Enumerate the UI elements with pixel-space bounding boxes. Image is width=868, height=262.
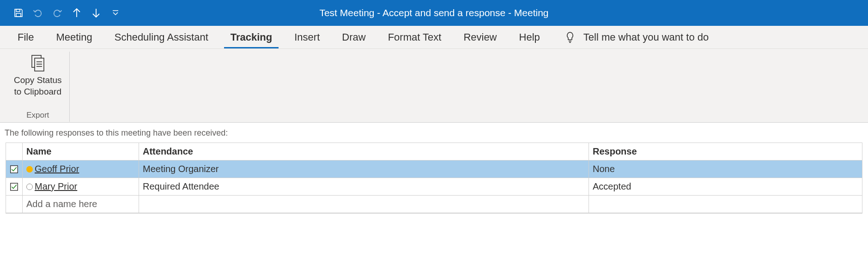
tell-me-label: Tell me what you want to do	[583, 31, 709, 43]
header-response[interactable]: Response	[589, 143, 862, 161]
row-name-cell: Geoff Prior	[23, 161, 139, 178]
table-row[interactable]: Geoff Prior Meeting Organizer None	[6, 161, 862, 178]
attendee-status-icon	[26, 184, 33, 190]
add-name-row[interactable]: Add a name here	[6, 196, 862, 213]
arrow-up-icon[interactable]	[71, 7, 82, 18]
svg-rect-0	[16, 9, 20, 12]
row-checkbox[interactable]	[6, 178, 23, 196]
lightbulb-icon	[565, 31, 575, 44]
svg-rect-13	[11, 183, 18, 191]
copy-status-button[interactable]: Copy Status to Clipboard	[11, 52, 65, 99]
header-attendance[interactable]: Attendance	[139, 143, 589, 161]
quick-access-toolbar	[0, 7, 121, 18]
undo-icon[interactable]	[32, 7, 43, 18]
ribbon-tabs: File Meeting Scheduling Assistant Tracki…	[0, 26, 868, 49]
title-bar: Test Meeting - Accept and send a respons…	[0, 0, 868, 26]
ribbon-group-export-label: Export	[26, 111, 49, 122]
qat-customize-icon[interactable]	[110, 7, 121, 18]
ribbon-content: Copy Status to Clipboard Export	[0, 49, 868, 123]
header-name[interactable]: Name	[23, 143, 139, 161]
attendee-name-link[interactable]: Geoff Prior	[35, 164, 79, 174]
tab-scheduling-assistant[interactable]: Scheduling Assistant	[103, 26, 219, 48]
attendee-name-link[interactable]: Mary Prior	[35, 181, 77, 192]
table-row[interactable]: Mary Prior Required Attendee Accepted	[6, 178, 862, 196]
row-attendance-empty	[139, 196, 589, 213]
arrow-down-icon[interactable]	[91, 7, 102, 18]
tracking-table: Name Attendance Response Geoff Prior Mee…	[6, 143, 862, 214]
tab-review[interactable]: Review	[452, 26, 508, 48]
row-attendance-cell: Meeting Organizer	[139, 161, 589, 178]
row-response-cell: None	[589, 161, 862, 178]
window-title: Test Meeting - Accept and send a respons…	[0, 7, 868, 18]
row-attendance-cell: Required Attendee	[139, 178, 589, 196]
tab-help[interactable]: Help	[508, 26, 551, 48]
tab-meeting[interactable]: Meeting	[45, 26, 103, 48]
header-checkbox-col	[6, 143, 23, 161]
tab-tracking[interactable]: Tracking	[219, 26, 283, 48]
tab-draw[interactable]: Draw	[331, 26, 376, 48]
row-response-cell: Accepted	[589, 178, 862, 196]
svg-rect-12	[11, 166, 18, 173]
row-checkbox-empty	[6, 196, 23, 213]
copy-status-label: Copy Status to Clipboard	[14, 75, 62, 97]
add-name-input[interactable]: Add a name here	[23, 196, 139, 213]
svg-rect-8	[35, 58, 44, 71]
organizer-status-icon	[26, 166, 33, 173]
tab-file[interactable]: File	[6, 26, 45, 48]
row-checkbox[interactable]	[6, 161, 23, 178]
svg-rect-1	[16, 13, 21, 17]
copy-icon	[27, 54, 49, 73]
row-response-empty	[589, 196, 862, 213]
tab-format-text[interactable]: Format Text	[377, 26, 453, 48]
tracking-intro-text: The following responses to this meeting …	[0, 123, 868, 143]
tab-insert[interactable]: Insert	[283, 26, 331, 48]
tell-me-search[interactable]: Tell me what you want to do	[565, 31, 709, 44]
redo-icon[interactable]	[52, 7, 63, 18]
row-name-cell: Mary Prior	[23, 178, 139, 196]
save-icon[interactable]	[13, 7, 24, 18]
tracking-header-row: Name Attendance Response	[6, 143, 862, 161]
ribbon-group-export: Copy Status to Clipboard Export	[6, 52, 70, 122]
